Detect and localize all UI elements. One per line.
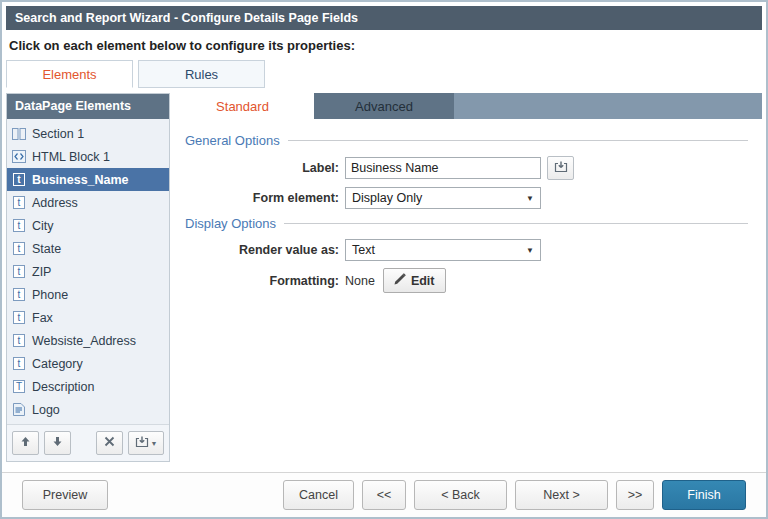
preview-button[interactable]: Preview [22,480,108,510]
tab-standard[interactable]: Standard [171,93,314,119]
chevron-down-icon: ▼ [151,440,158,447]
sidebar-item-label: Address [32,196,78,210]
element-list: Section 1HTML Block 1tBusiness_NametAddr… [7,119,169,424]
text-icon: t [12,334,26,348]
text-icon: t [12,311,26,325]
sidebar-item-websiste-address[interactable]: tWebsiste_Address [7,329,169,352]
section-title: Display Options [185,216,276,231]
text-icon: t [12,288,26,302]
formatting-value: None [345,274,375,288]
x-icon [104,436,115,450]
sidebar-item-label: Section 1 [32,127,84,141]
last-step-button[interactable]: >> [616,480,654,510]
datapage-elements-panel: DataPage Elements Section 1HTML Block 1t… [6,93,170,462]
sidebar-item-label: Description [32,380,95,394]
render-value-select[interactable]: Text ▼ [345,239,541,261]
down-arrow-icon [52,436,63,450]
finish-button[interactable]: Finish [662,480,746,510]
text-icon: t [12,265,26,279]
text-icon: t [12,219,26,233]
text-icon: t [12,173,26,187]
render-value-label: Render value as: [185,243,345,257]
sidebar-item-category[interactable]: tCategory [7,352,169,375]
insert-parameter-button[interactable] [547,156,574,180]
delete-element-button[interactable] [96,431,123,455]
sidebar-header: DataPage Elements [7,94,169,119]
wizard-footer: Preview Cancel << < Back Next > >> Finis… [2,472,766,517]
formatting-label: Formatting: [185,274,345,288]
wizard-dialog: Search and Report Wizard - Configure Det… [0,0,768,519]
first-step-button[interactable]: << [362,480,406,510]
html-icon [12,150,26,164]
sidebar-toolbar: ▼ [7,424,169,461]
sidebar-item-label: Phone [32,288,68,302]
sidebar-item-label: Logo [32,403,60,417]
text-icon: t [12,196,26,210]
sidebar-item-address[interactable]: tAddress [7,191,169,214]
sidebar-item-label: Business_Name [32,173,129,187]
sidebar-item-business-name[interactable]: tBusiness_Name [7,168,169,191]
sidebar-item-zip[interactable]: tZIP [7,260,169,283]
sidebar-item-html-block-1[interactable]: HTML Block 1 [7,145,169,168]
sidebar-item-fax[interactable]: tFax [7,306,169,329]
tab-advanced[interactable]: Advanced [314,93,454,119]
sidebar-item-label: State [32,242,61,256]
move-up-button[interactable] [12,431,39,455]
chevron-down-icon: ▼ [526,246,534,255]
insert-icon [554,159,568,177]
sidebar-item-logo[interactable]: Logo [7,398,169,421]
sidebar-item-state[interactable]: tState [7,237,169,260]
text-icon: t [12,357,26,371]
chevron-down-icon: ▼ [526,194,534,203]
pencil-icon [394,273,406,288]
instruction-text: Click on each element below to configure… [6,30,762,60]
render-value-row: Render value as: Text ▼ [185,239,752,261]
sidebar-item-label: Fax [32,311,53,325]
form-element-label: Form element: [185,191,345,205]
section-title: General Options [185,133,280,148]
sidebar-item-section-1[interactable]: Section 1 [7,122,169,145]
insert-element-button[interactable]: ▼ [128,431,164,455]
sidebar-item-city[interactable]: tCity [7,214,169,237]
label-input[interactable] [345,157,541,179]
form-element-select[interactable]: Display Only ▼ [345,187,541,209]
main-tabbar: Elements Rules [6,60,762,88]
formatting-row: Formatting: None Edit [185,268,752,293]
sidebar-item-phone[interactable]: tPhone [7,283,169,306]
cancel-button[interactable]: Cancel [283,480,354,510]
tab-rules[interactable]: Rules [138,60,265,88]
insert-icon [135,436,149,451]
next-button[interactable]: Next > [515,480,608,510]
sidebar-item-label: Category [32,357,83,371]
edit-formatting-button[interactable]: Edit [383,268,446,293]
section-icon [12,127,26,141]
general-options-section: General Options [185,133,752,148]
sidebar-item-description[interactable]: TDescription [7,375,169,398]
sidebar-item-label: ZIP [32,265,51,279]
panel-body: General Options Label: Form element: [171,119,762,462]
file-icon [12,403,26,417]
label-field-label: Label: [185,161,345,175]
form-element-row: Form element: Display Only ▼ [185,187,752,209]
text-icon: t [12,242,26,256]
textarea-icon: T [12,380,26,394]
up-arrow-icon [20,436,31,450]
tab-elements[interactable]: Elements [6,60,133,88]
sidebar-item-label: City [32,219,54,233]
properties-panel: Standard Advanced General Options Label: [171,93,762,462]
move-down-button[interactable] [44,431,71,455]
label-field-row: Label: [185,156,752,180]
window-title: Search and Report Wizard - Configure Det… [6,6,762,30]
display-options-section: Display Options [185,216,752,231]
panel-tabbar: Standard Advanced [171,93,762,119]
sidebar-item-label: HTML Block 1 [32,150,110,164]
back-button[interactable]: < Back [414,480,507,510]
sidebar-item-label: Websiste_Address [32,334,136,348]
